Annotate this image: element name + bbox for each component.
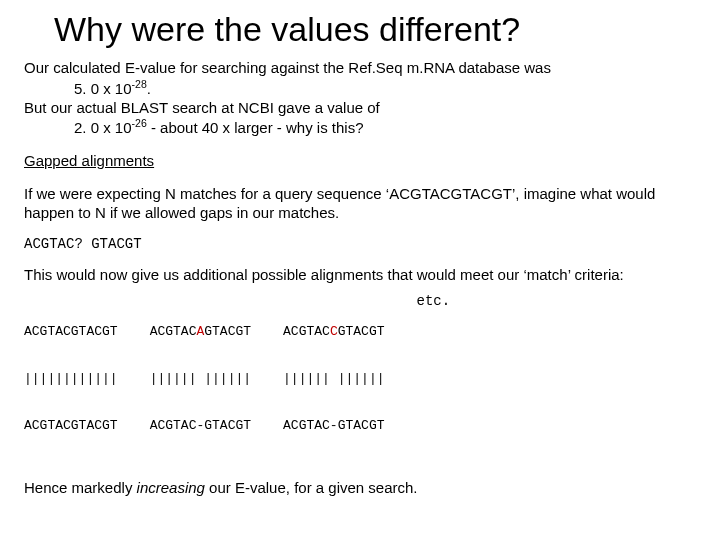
col2-query: ACGTACAGTACGT xyxy=(150,324,251,340)
alignment-col-3: ACGTACCGTACGT |||||| |||||| ACGTAC-GTACG… xyxy=(283,293,384,465)
paragraph-4: Hence markedly increasing our E-value, f… xyxy=(24,479,696,498)
col1-query: ACGTACGTACGT xyxy=(24,324,118,340)
paragraph-2: If we were expecting N matches for a que… xyxy=(24,185,696,223)
col2-q-a: ACGTAC xyxy=(150,324,197,339)
intro-line-1: Our calculated E-value for searching aga… xyxy=(24,59,696,78)
intro-value-1: 5. 0 x 10-28. xyxy=(74,78,696,99)
p4-emph: increasing xyxy=(137,479,205,496)
value2-pre: 2. 0 x 10 xyxy=(74,119,132,136)
intro-value-2: 2. 0 x 10-26 - about 40 x larger - why i… xyxy=(74,117,696,138)
value1-post: . xyxy=(147,80,151,97)
alignment-row: ACGTACGTACGT |||||||||||| ACGTACGTACGT A… xyxy=(24,293,696,465)
alignment-col-2: ACGTACAGTACGT |||||| |||||| ACGTAC-GTACG… xyxy=(150,293,251,465)
slide: Why were the values different? Our calcu… xyxy=(0,0,720,509)
col3-q-a: ACGTAC xyxy=(283,324,330,339)
value1-exp: -28 xyxy=(132,78,147,90)
col2-subject: ACGTAC-GTACGT xyxy=(150,418,251,434)
sequence-example: ACGTAC? GTACGT xyxy=(24,236,696,252)
section-heading: Gapped alignments xyxy=(24,152,696,171)
p4-post: our E-value, for a given search. xyxy=(205,479,418,496)
col3-subject: ACGTAC-GTACGT xyxy=(283,418,384,434)
etc-label: etc. xyxy=(417,293,451,465)
col3-q-c: GTACGT xyxy=(338,324,385,339)
col3-q-insert: C xyxy=(330,324,338,339)
col1-match: |||||||||||| xyxy=(24,371,118,387)
intro-paragraph: Our calculated E-value for searching aga… xyxy=(24,59,696,138)
gapped-heading: Gapped alignments xyxy=(24,152,154,169)
value2-exp: -26 xyxy=(132,117,147,129)
col2-q-c: GTACGT xyxy=(204,324,251,339)
col2-match: |||||| |||||| xyxy=(150,371,251,387)
value1-pre: 5. 0 x 10 xyxy=(74,80,132,97)
intro-line-2: But our actual BLAST search at NCBI gave… xyxy=(24,99,696,118)
col3-match: |||||| |||||| xyxy=(283,371,384,387)
col3-query: ACGTACCGTACGT xyxy=(283,324,384,340)
page-title: Why were the values different? xyxy=(54,10,696,49)
p4-pre: Hence markedly xyxy=(24,479,137,496)
paragraph-3: This would now give us additional possib… xyxy=(24,266,696,285)
value2-post: - about 40 x larger - why is this? xyxy=(147,119,364,136)
alignment-col-1: ACGTACGTACGT |||||||||||| ACGTACGTACGT xyxy=(24,293,118,465)
col1-subject: ACGTACGTACGT xyxy=(24,418,118,434)
